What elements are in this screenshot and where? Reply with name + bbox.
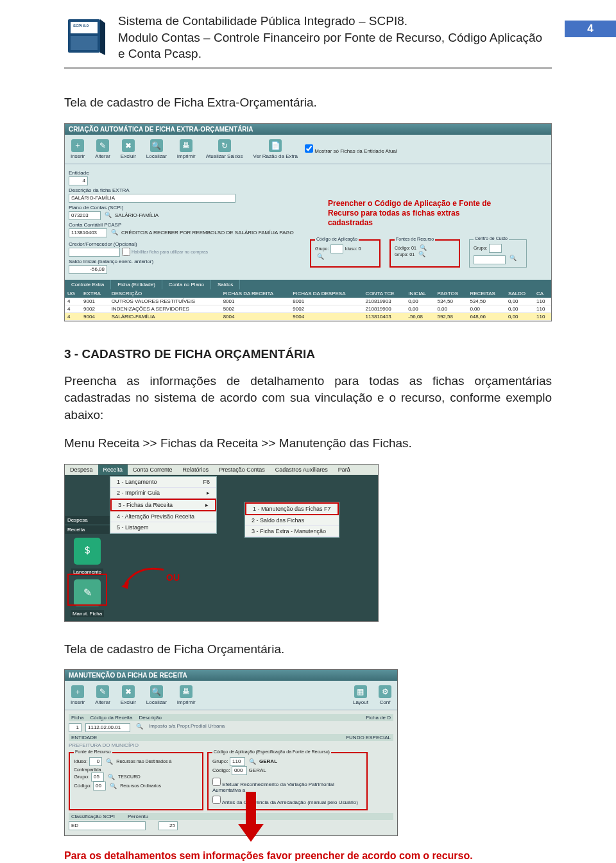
toolbar-icon: ⚙: [379, 685, 391, 698]
search-icon[interactable]: 🔍: [315, 253, 326, 260]
lbl-efetuar: Efetuar Reconhecimento da Variação Patri…: [212, 782, 334, 793]
toolbar-btn-localizar[interactable]: 🔍Localizar: [143, 137, 170, 161]
side-label-receita[interactable]: Receita: [65, 525, 110, 534]
toolbar-btn-imprimir[interactable]: 🖶Imprimir: [174, 137, 199, 161]
input-descricao[interactable]: SALÁRIO-FAMÍLIA: [69, 194, 235, 203]
search-icon[interactable]: 🔍: [508, 255, 518, 261]
table-row[interactable]: 49002INDENIZAÇÕES A SERVIDORES5002900221…: [65, 305, 551, 312]
hdr-fundo: FUNDO ESPECIAL: [346, 735, 391, 740]
cell: OUTROS VALORES RESTITUÍVEIS: [109, 298, 221, 305]
input-iduso[interactable]: 0: [89, 757, 102, 766]
cell: 648,66: [467, 312, 506, 320]
menu-par-[interactable]: Parâ: [333, 465, 355, 475]
table-row[interactable]: 49004SALÁRIO-FAMÍLIA80049004113810403-56…: [65, 312, 551, 320]
input-conta-code[interactable]: 113810403: [69, 228, 107, 237]
input-grupo-codapp[interactable]: [330, 244, 343, 253]
svg-rect-2: [71, 36, 98, 50]
input-codigo[interactable]: 000: [232, 766, 247, 775]
col-header: CA: [534, 289, 551, 298]
menu-item[interactable]: 1 - Manutenção das Fichas F7: [245, 502, 339, 515]
side-label-despesa[interactable]: Despesa: [65, 516, 110, 524]
toolbar-btn-inserir[interactable]: ＋Inserir: [67, 683, 88, 707]
submenu-receita[interactable]: 1 - LançamentoF62 - Imprimir Guia▸3 - Fi…: [110, 476, 217, 534]
search-icon[interactable]: 🔍: [108, 783, 119, 789]
input-grupo[interactable]: 05: [91, 773, 104, 782]
money-icon: ＄: [82, 544, 92, 558]
checkbox-habilitar[interactable]: [122, 248, 130, 256]
cell: 9004: [290, 312, 363, 320]
toolbar: ＋Inserir✎Alterar✖Excluir🔍Localizar🖶Impri…: [65, 681, 397, 710]
toolbar-btn-alterar[interactable]: ✎Alterar: [92, 137, 114, 161]
txt-codigo: Recursos Ordinarios: [120, 784, 161, 789]
cell: 5002: [221, 305, 291, 312]
input-credor[interactable]: [69, 248, 120, 257]
input-cod-receita[interactable]: 1112.02.00.01: [85, 723, 130, 732]
input-centro-grupo[interactable]: [489, 244, 502, 253]
menu-despesa[interactable]: Despesa: [65, 465, 98, 475]
tab-conta-no-plano[interactable]: Conta no Plano: [162, 280, 211, 289]
menu-item[interactable]: 1 - LançamentoF6: [110, 477, 216, 488]
search-icon[interactable]: 🔍: [418, 244, 429, 251]
input-percent[interactable]: 25: [158, 821, 178, 830]
search-icon[interactable]: 🔍: [134, 723, 145, 732]
toolbar-btn-alterar[interactable]: ✎Alterar: [92, 683, 114, 707]
menu-cadastros-auxiliares[interactable]: Cadastros Auxiliares: [270, 465, 333, 475]
tab-saldos[interactable]: Saldos: [211, 280, 240, 289]
toolbar-btn-imprimir[interactable]: 🖶Imprimir: [174, 683, 199, 707]
menu-receita[interactable]: Receita: [98, 465, 128, 475]
toolbar-btn-layout[interactable]: ▦Layout: [350, 683, 372, 707]
checkbox-antes[interactable]: [212, 796, 221, 804]
tab-controle-extra[interactable]: Controle Extra: [65, 280, 111, 289]
menu-item[interactable]: 2 - Saldo das Fichas: [245, 515, 339, 526]
input-entidade[interactable]: 4: [69, 176, 88, 185]
input-codigo[interactable]: 00: [93, 782, 106, 790]
search-icon[interactable]: 🔍: [103, 212, 114, 218]
search-icon[interactable]: 🔍: [247, 758, 258, 765]
input-class[interactable]: ED: [69, 821, 146, 830]
tab-ficha-entidade-[interactable]: Ficha (Entidade): [111, 280, 162, 289]
field-iduso: Iduso: 0: [345, 246, 361, 251]
input-saldo[interactable]: -56,08: [69, 265, 107, 274]
cell: 110: [534, 312, 551, 320]
checkbox-efetuar[interactable]: [212, 778, 221, 786]
toolbar-btn-excluir[interactable]: ✖Excluir: [117, 683, 139, 707]
submenu-fichas[interactable]: 1 - Manutenção das Fichas F72 - Saldo da…: [244, 502, 339, 538]
input-plano-code[interactable]: 073203: [69, 211, 101, 220]
hdr-codigo: Código da Receita: [90, 715, 133, 721]
highlight-manut-ficha: [67, 574, 107, 606]
menu-presta-o-contas[interactable]: Prestação Contas: [214, 465, 270, 475]
lbl-grupo: Grupo:: [74, 774, 89, 780]
group-title: Código de Aplicação (Especificação da Fo…: [212, 749, 331, 754]
menubar[interactable]: DespesaReceitaConta CorrenteRelatóriosPr…: [65, 465, 378, 475]
menu-item[interactable]: 3 - Fichas da Receita▸: [110, 499, 216, 511]
toolbar-btn-atualizar-saldos[interactable]: ↻Atualizar Saldos: [203, 137, 246, 161]
menu-item[interactable]: 4 - Alteração Previsão Receita: [110, 511, 216, 522]
input-grupo[interactable]: 110: [230, 757, 245, 766]
screenshot-ficha-extra: CRIAÇÃO AUTOMÁTICA DE FICHA EXTRA-ORÇAME…: [64, 123, 552, 321]
search-icon[interactable]: 🔍: [104, 758, 115, 765]
table-row[interactable]: 49001OUTROS VALORES RESTITUÍVEIS80018001…: [65, 298, 551, 305]
search-icon[interactable]: 🔍: [416, 251, 427, 257]
toolbar-btn-label: Alterar: [95, 699, 110, 705]
toolbar-btn-localizar[interactable]: 🔍Localizar: [143, 683, 170, 707]
checkbox-mostrar[interactable]: Mostrar só Fichas da Entidade Atual: [305, 144, 397, 154]
toolbar-btn-ver-razão-da-extra[interactable]: 📄Ver Razão da Extra: [250, 137, 301, 161]
cell: 0,00: [506, 305, 534, 312]
menu-item[interactable]: 3 - Ficha Extra - Manutenção: [245, 526, 339, 537]
toolbar-btn-excluir[interactable]: ✖Excluir: [117, 137, 139, 161]
sidebar-icon-lancamento[interactable]: ＄: [74, 538, 101, 565]
search-icon[interactable]: 🔍: [106, 774, 117, 780]
search-icon[interactable]: 🔍: [109, 229, 120, 235]
col-header: CONTA TCE: [363, 289, 406, 298]
toolbar-btn-conf[interactable]: ⚙Conf: [375, 683, 395, 707]
input-ficha[interactable]: 1: [69, 723, 81, 732]
menu-relat-rios[interactable]: Relatórios: [178, 465, 214, 475]
menu-conta-corrente[interactable]: Conta Corrente: [128, 465, 178, 475]
menu-item[interactable]: 2 - Imprimir Guia▸: [110, 488, 216, 499]
menu-item[interactable]: 5 - Listagem: [110, 522, 216, 533]
toolbar-btn-inserir[interactable]: ＋Inserir: [67, 137, 88, 161]
header-divider: [64, 67, 552, 69]
toolbar-btn-label: Localizar: [146, 153, 167, 159]
input-centro[interactable]: [474, 255, 506, 264]
data-grid[interactable]: UGEXTRADESCRIÇÃOFICHAS DA RECEITAFICHAS …: [65, 289, 551, 321]
